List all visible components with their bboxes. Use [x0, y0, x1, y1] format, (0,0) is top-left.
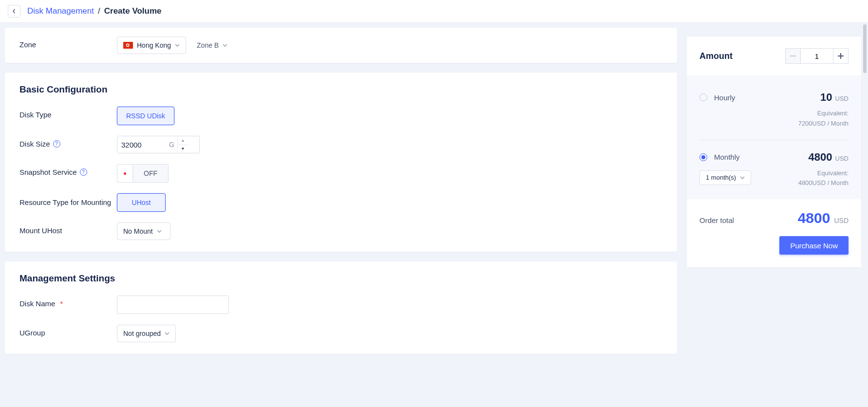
- scrollbar[interactable]: [863, 24, 867, 73]
- management-card: Management Settings Disk Name * UGroup N…: [5, 261, 677, 354]
- quantity-decrement[interactable]: [785, 48, 801, 64]
- zone-label: Zone: [19, 37, 117, 49]
- disk-size-label-text: Disk Size: [19, 140, 50, 148]
- snapshot-toggle[interactable]: OFF: [117, 164, 169, 183]
- order-total-label: Order total: [699, 216, 734, 224]
- basic-config-card: Basic Configuration Disk Type RSSD UDisk…: [5, 73, 677, 252]
- mount-uhost-value: No Mount: [123, 227, 153, 235]
- breadcrumb-link-disk-management[interactable]: Disk Management: [27, 6, 94, 16]
- billing-hourly-price: 10: [820, 91, 832, 104]
- toggle-knob: [117, 165, 133, 182]
- billing-hourly-currency: USD: [835, 95, 849, 102]
- billing-monthly-price: 4800: [809, 151, 832, 164]
- plus-icon: [838, 53, 844, 59]
- resource-type-value: UHost: [132, 199, 151, 206]
- management-title: Management Settings: [19, 273, 662, 284]
- summary-card: Amount Hourly: [687, 37, 861, 267]
- disk-name-label-text: Disk Name: [19, 299, 55, 308]
- billing-hourly-label: Hourly: [714, 93, 735, 102]
- disk-name-input[interactable]: [117, 296, 229, 314]
- region-value: Hong Kong: [137, 41, 171, 49]
- chevron-left-icon: [12, 9, 17, 14]
- hong-kong-flag-icon: [123, 42, 133, 49]
- back-button[interactable]: [8, 5, 20, 18]
- radio-monthly[interactable]: [699, 153, 707, 161]
- order-total-price: 4800: [798, 210, 830, 226]
- billing-monthly-equiv-value: 4800USD / Month: [798, 178, 849, 188]
- snapshot-label: Snapshot Service ?: [19, 164, 117, 176]
- help-icon[interactable]: ?: [80, 168, 87, 176]
- resource-type-label: Resource Type for Mounting: [19, 193, 117, 208]
- purchase-label: Purchase Now: [790, 241, 838, 250]
- billing-option-monthly[interactable]: Monthly 4800 USD 1 month(s): [699, 140, 849, 200]
- mount-uhost-label: Mount UHost: [19, 222, 117, 235]
- ugroup-value: Not grouped: [123, 330, 161, 337]
- breadcrumb-current: Create Volume: [104, 6, 162, 16]
- chevron-down-icon: [165, 332, 170, 335]
- breadcrumb-separator: /: [98, 6, 100, 16]
- billing-monthly-label: Monthly: [714, 153, 740, 161]
- billing-option-hourly[interactable]: Hourly 10 USD Equivalent: 7200USD / Mont…: [699, 80, 849, 140]
- billing-section: Hourly 10 USD Equivalent: 7200USD / Mont…: [687, 75, 861, 199]
- chevron-down-icon: [740, 176, 745, 179]
- chevron-down-icon: [223, 44, 227, 47]
- header-bar: Disk Management / Create Volume: [0, 0, 868, 23]
- toggle-dot-icon: [124, 172, 126, 175]
- basic-config-title: Basic Configuration: [19, 84, 662, 95]
- svg-rect-0: [790, 56, 796, 56]
- disk-name-label: Disk Name *: [19, 296, 117, 308]
- disk-type-option-rssd[interactable]: RSSD UDisk: [117, 107, 174, 125]
- billing-monthly-currency: USD: [835, 155, 849, 162]
- disk-size-decrement[interactable]: ▼: [178, 145, 188, 153]
- total-section: Order total 4800 USD Purchase Now: [687, 199, 861, 267]
- svg-rect-2: [838, 56, 844, 56]
- disk-size-unit: G: [166, 136, 177, 153]
- minus-icon: [790, 56, 796, 56]
- billing-monthly-equiv-label: Equivalent:: [798, 168, 849, 179]
- radio-hourly[interactable]: [699, 93, 707, 101]
- quantity-input[interactable]: [801, 48, 833, 64]
- breadcrumb: Disk Management / Create Volume: [27, 6, 162, 16]
- purchase-button[interactable]: Purchase Now: [779, 236, 849, 255]
- zone-value: Zone B: [197, 41, 219, 49]
- zone-card: Zone Hong Kong Zone B: [5, 28, 677, 63]
- disk-type-label: Disk Type: [19, 107, 117, 119]
- ugroup-select[interactable]: Not grouped: [117, 325, 176, 342]
- amount-label: Amount: [699, 51, 733, 61]
- order-total-currency: USD: [834, 217, 849, 224]
- disk-size-increment[interactable]: ▲: [178, 136, 188, 145]
- duration-value: 1 month(s): [706, 174, 736, 181]
- ugroup-label: UGroup: [19, 325, 117, 337]
- disk-size-spinners: ▲ ▼: [177, 136, 188, 153]
- chevron-down-icon: [175, 44, 180, 47]
- chevron-down-icon: [157, 230, 162, 233]
- disk-size-label: Disk Size ?: [19, 136, 117, 148]
- mount-uhost-select[interactable]: No Mount: [117, 222, 170, 240]
- duration-select[interactable]: 1 month(s): [699, 170, 751, 185]
- zone-select[interactable]: Zone B: [195, 37, 248, 54]
- required-asterisk: *: [60, 299, 63, 308]
- disk-size-input-wrap: G ▲ ▼: [117, 136, 200, 153]
- disk-type-value: RSSD UDisk: [126, 112, 165, 120]
- snapshot-state: OFF: [133, 165, 168, 182]
- billing-hourly-equiv-value: 7200USD / Month: [699, 119, 849, 129]
- snapshot-label-text: Snapshot Service: [19, 168, 77, 176]
- disk-size-input[interactable]: [117, 136, 166, 153]
- help-icon[interactable]: ?: [53, 140, 60, 148]
- region-select[interactable]: Hong Kong: [117, 37, 186, 54]
- quantity-increment[interactable]: [833, 48, 849, 64]
- resource-type-option-uhost[interactable]: UHost: [117, 193, 166, 212]
- quantity-stepper: [785, 48, 849, 64]
- billing-hourly-equiv-label: Equivalent:: [699, 109, 849, 119]
